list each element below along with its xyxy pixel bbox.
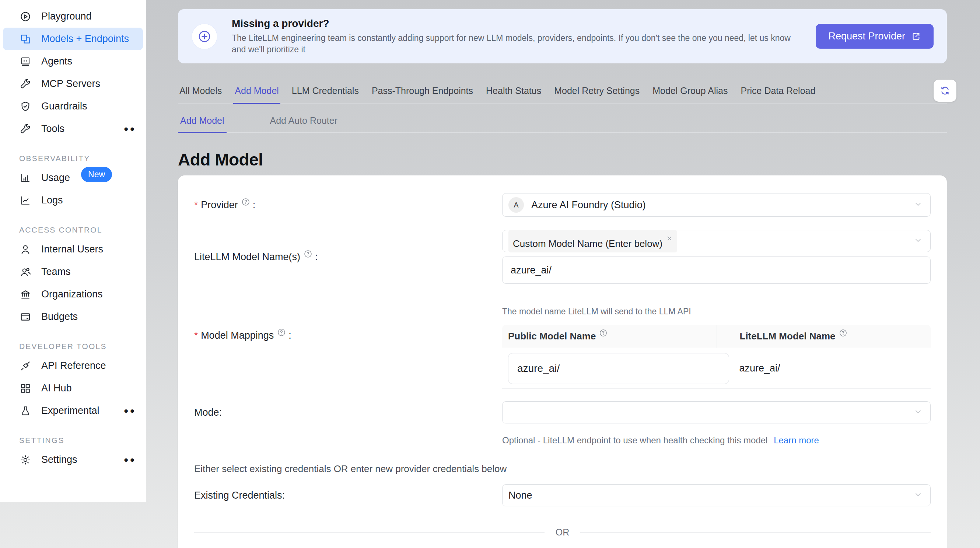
question-circle-icon[interactable]: [277, 328, 286, 340]
sidebar-item-playground[interactable]: Playground: [0, 5, 146, 28]
banner-title: Missing a provider?: [232, 18, 801, 29]
sidebar-item-internal-users[interactable]: Internal Users: [0, 238, 146, 261]
sidebar-item-guardrails[interactable]: Guardrails: [0, 95, 146, 118]
sidebar-item-label: Experimental: [41, 405, 99, 416]
wrench-icon: [19, 123, 32, 135]
sidebar-section-developer-tools: DEVELOPER TOOLS: [0, 342, 146, 351]
sidebar-item-label: Internal Users: [41, 244, 103, 255]
sidebar-item-teams[interactable]: Teams: [0, 261, 146, 283]
sidebar-item-label: MCP Servers: [41, 78, 100, 89]
sidebar-item-label: Playground: [41, 11, 92, 22]
banner-text: Missing a provider? The LiteLLM engineer…: [232, 18, 816, 55]
sidebar-item-label: AI Hub: [41, 382, 72, 394]
provider-label: * Provider :: [194, 199, 502, 211]
colon: :: [253, 199, 256, 211]
mode-label-text: Mode: [194, 407, 219, 418]
provider-value: Azure AI Foundry (Studio): [531, 199, 646, 211]
sidebar-item-ai-hub[interactable]: AI Hub: [0, 377, 146, 400]
sidebar-item-label: Tools: [41, 123, 64, 134]
litellm-model-name-cell: azure_ai/: [717, 363, 931, 374]
tab-model-group-alias[interactable]: Model Group Alias: [651, 86, 729, 103]
mode-label: Mode:: [194, 407, 502, 418]
litellm-model-names-label: LiteLLM Model Name(s) :: [194, 251, 502, 263]
request-provider-button[interactable]: Request Provider: [816, 24, 934, 49]
provider-field: A Azure AI Foundry (Studio): [502, 193, 931, 217]
sidebar: Playground Models + Endpoints Agents MCP…: [0, 0, 146, 502]
primary-tab-bar: All Models Add Model LLM Credentials Pas…: [178, 86, 947, 104]
main-content: Missing a provider? The LiteLLM engineer…: [146, 0, 980, 548]
public-model-name-header: Public Model Name: [502, 325, 717, 348]
tab-health-status[interactable]: Health Status: [484, 86, 542, 103]
sidebar-item-models-endpoints[interactable]: Models + Endpoints: [3, 28, 143, 50]
line-chart-icon: [19, 194, 32, 207]
question-circle-icon[interactable]: [303, 249, 313, 261]
model-mapping-table-row: azure_ai/: [502, 348, 931, 389]
sidebar-item-mcp-servers[interactable]: MCP Servers: [0, 73, 146, 95]
existing-credentials-value: None: [508, 490, 532, 501]
public-model-name-cell: [502, 353, 717, 384]
custom-model-name-input[interactable]: [502, 256, 931, 284]
existing-credentials-select[interactable]: None: [502, 484, 931, 507]
tab-price-data-reload[interactable]: Price Data Reload: [739, 86, 817, 103]
app-grid-icon: [19, 382, 32, 395]
sidebar-item-experimental[interactable]: Experimental ••: [0, 400, 146, 422]
banner-icon-circle: [192, 24, 217, 49]
missing-provider-banner: Missing a provider? The LiteLLM engineer…: [178, 9, 947, 64]
model-name-multiselect[interactable]: Custom Model Name (Enter below): [502, 230, 931, 252]
chevron-down-icon: [913, 236, 923, 247]
public-model-name-input[interactable]: [508, 353, 729, 384]
subtab-add-model[interactable]: Add Model: [178, 115, 227, 133]
provider-select[interactable]: A Azure AI Foundry (Studio): [502, 193, 931, 217]
mode-field: [502, 401, 931, 424]
or-divider-text: OR: [555, 527, 570, 538]
close-icon[interactable]: [666, 233, 673, 244]
sidebar-item-tools[interactable]: Tools ••: [0, 118, 146, 140]
tab-pass-through-endpoints[interactable]: Pass-Through Endpoints: [370, 86, 474, 103]
sidebar-item-label: Settings: [41, 454, 77, 465]
sidebar-item-logs[interactable]: Logs: [0, 189, 146, 212]
model-name-helper-row: The model name LiteLLM will send to the …: [194, 307, 931, 317]
sidebar-item-budgets[interactable]: Budgets: [0, 306, 146, 328]
sidebar-item-label: Budgets: [41, 311, 78, 322]
tab-add-model[interactable]: Add Model: [233, 86, 280, 104]
public-model-name-header-text: Public Model Name: [508, 331, 596, 342]
question-circle-icon[interactable]: [599, 328, 608, 340]
chevron-down-icon: [913, 199, 923, 210]
flask-icon: [19, 405, 32, 417]
existing-credentials-label-text: Existing Credentials: [194, 490, 282, 501]
required-mark: *: [194, 199, 198, 211]
sidebar-section-settings: SETTINGS: [0, 436, 146, 445]
sidebar-item-label: Teams: [41, 266, 71, 277]
sidebar-item-label: Logs: [41, 194, 63, 206]
chevron-down-icon: [913, 490, 923, 501]
sidebar-item-api-reference[interactable]: API Reference: [0, 355, 146, 377]
litellm-model-name-header-text: LiteLLM Model Name: [740, 331, 835, 342]
tab-model-retry-settings[interactable]: Model Retry Settings: [553, 86, 641, 103]
selected-model-tag-label: Custom Model Name (Enter below): [513, 238, 662, 250]
mode-select[interactable]: [502, 401, 931, 424]
team-icon: [19, 266, 32, 278]
refresh-button[interactable]: [934, 80, 956, 102]
mode-helper-text: Optional - LiteLLM endpoint to use when …: [502, 435, 767, 445]
required-mark: *: [194, 330, 198, 341]
tab-llm-credentials[interactable]: LLM Credentials: [290, 86, 360, 103]
mode-helper-row: Optional - LiteLLM endpoint to use when …: [194, 435, 931, 446]
credit-card-icon: [19, 311, 32, 323]
sidebar-section-observability: OBSERVABILITY: [0, 154, 146, 163]
question-circle-icon[interactable]: [838, 328, 848, 340]
sidebar-item-agents[interactable]: Agents: [0, 50, 146, 73]
sidebar-item-settings[interactable]: Settings ••: [0, 449, 146, 471]
colon: :: [288, 330, 291, 341]
sidebar-item-organizations[interactable]: Organizations: [0, 283, 146, 306]
page-title: Add Model: [178, 150, 947, 169]
tab-all-models[interactable]: All Models: [178, 86, 223, 103]
question-circle-icon[interactable]: [241, 197, 251, 209]
bank-icon: [19, 288, 32, 301]
sidebar-item-usage[interactable]: Usage New: [0, 167, 146, 189]
sidebar-item-label: Organizations: [41, 288, 103, 300]
learn-more-link[interactable]: Learn more: [774, 435, 819, 445]
sidebar-item-label: Agents: [41, 56, 72, 67]
bar-chart-icon: [19, 172, 32, 184]
or-divider: OR: [194, 527, 931, 538]
subtab-add-auto-router[interactable]: Add Auto Router: [268, 115, 340, 132]
